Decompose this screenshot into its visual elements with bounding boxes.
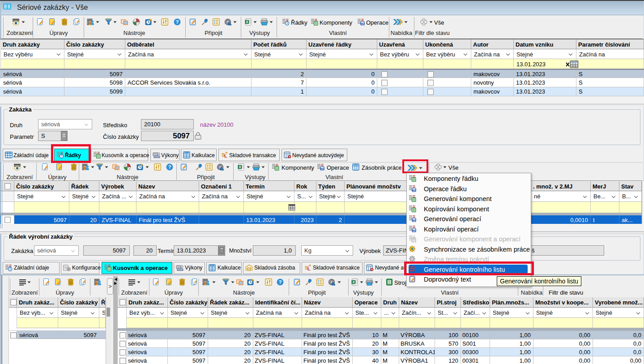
svg-text:MO: MO xyxy=(412,219,416,222)
svg-text:?: ? xyxy=(168,164,171,170)
svg-text:MO: MO xyxy=(320,167,324,170)
svg-text:L: L xyxy=(307,266,311,271)
svg-text:X: X xyxy=(246,20,248,24)
svg-text:MO: MO xyxy=(360,22,365,25)
svg-text:X: X xyxy=(352,280,355,284)
svg-text:?: ? xyxy=(176,19,179,25)
svg-text:X: X xyxy=(239,165,241,169)
svg-text:?: ? xyxy=(279,279,282,285)
svg-text:MO: MO xyxy=(412,188,416,191)
svg-text:MO: MO xyxy=(412,229,416,231)
svg-text:L: L xyxy=(224,153,227,158)
